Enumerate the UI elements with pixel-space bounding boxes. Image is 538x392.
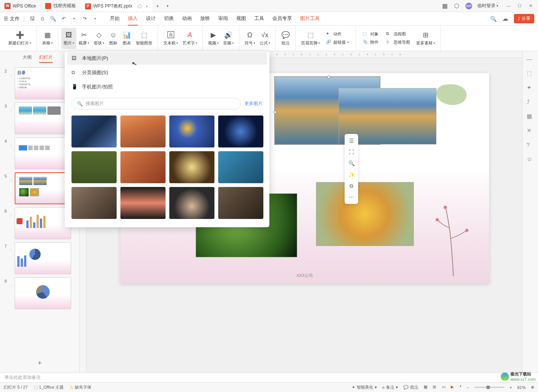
dd-local-picture[interactable]: 🖼 本地图片(P) [67,52,267,65]
slide-thumbnail-7[interactable]: 7 ☆ [0,241,79,276]
ribbon-textbox[interactable]: 🄰 文本框 ▾ [161,28,180,49]
ribbon-equation[interactable]: √x 公式 ▾ [257,28,272,49]
rs-robot-icon[interactable]: ☺ [527,156,534,163]
cloud-icon[interactable]: ☁ [502,15,509,22]
float-more-icon[interactable]: ⋯ [346,192,357,202]
notes-bar[interactable]: 单击此处添加备注 [0,372,538,382]
dd-phone-picture[interactable]: 📱 手机图片/拍照 [65,80,269,94]
tab-tools[interactable]: 工具 [254,12,264,26]
ribbon-audio[interactable]: 🔊 音频 ▾ [221,28,236,49]
tab-menu-button[interactable]: ▾ [163,4,172,8]
app-tab-wps[interactable]: W WPS Office [0,0,41,12]
user-avatar-icon[interactable]: WP [465,3,472,9]
ribbon-object[interactable]: ⬚对象 [361,30,380,38]
ribbon-flowchart[interactable]: ⧉流程图 [385,30,412,38]
file-menu[interactable]: ☰ 文件 [4,15,20,22]
view-dropdown-icon[interactable]: ▾ [460,384,461,390]
app-tab-template[interactable]: 找稻壳模板 [41,0,81,12]
float-magic-icon[interactable]: ✨ [346,169,357,180]
undo-dropdown-icon[interactable]: ▾ [71,15,78,22]
dd-page-illustration[interactable]: ⧉ 分页插图(S) [65,65,269,80]
ribbon-wordart[interactable]: A 艺术字 ▾ [180,28,199,49]
float-crop-icon[interactable]: ⛶ [346,147,357,157]
zoom-thumb[interactable] [486,386,490,389]
app-tab-document[interactable]: P WPS PPT教程.pptx ▾ [81,0,152,12]
preview-icon[interactable]: 🔍 [50,15,56,22]
maximize-button[interactable]: ☐ [518,3,523,9]
float-copy-icon[interactable]: ⧉ [346,181,357,191]
dd-search-input[interactable]: 🔍 搜索图片 [71,98,241,109]
slide-thumbnail-8[interactable]: 8 ☆ [0,276,79,311]
zoom-level[interactable]: 81% [517,385,526,390]
rs-design-icon[interactable]: ⬚ [527,70,534,77]
share-button[interactable]: ⤴ 分享 [514,14,534,23]
ribbon-hyperlink[interactable]: 🔗超链接 ▾ [324,39,350,46]
rs-tools-icon[interactable]: ✕ [527,127,534,135]
close-button[interactable]: ✕ [529,3,534,9]
dd-thumb-ai[interactable] [218,115,263,147]
tab-transition[interactable]: 切换 [164,12,174,26]
view-slideshow-icon[interactable]: ▶ [451,384,457,390]
ribbon-shape[interactable]: ◇ 形状 ▾ [91,28,106,49]
tab-animation[interactable]: 动画 [182,12,192,26]
ribbon-video[interactable]: ▶ 视频 ▾ [206,28,221,49]
undo-icon[interactable]: ↶ [60,15,67,22]
ribbon-comment[interactable]: 💬 批注 [279,28,292,49]
rs-help-icon[interactable]: ? [527,141,534,149]
dd-thumb-flamingo[interactable] [120,187,166,219]
redo-icon[interactable]: ↷ [81,15,88,22]
panel-tab-outline[interactable]: 大纲 [23,54,32,63]
canvas-image-leaf2[interactable] [316,182,414,246]
ribbon-smartart[interactable]: ⬚ 智能图形 [134,28,155,49]
tab-member[interactable]: 会员专享 [272,12,292,26]
tab-picture-tools[interactable]: 图片工具 [300,12,320,26]
status-smart-beautify[interactable]: ✦ 智能美化 ▾ [352,384,377,390]
rs-effect-icon[interactable]: ✦ [527,84,534,92]
ribbon-picture[interactable]: 🖼 图片 ▾ [61,28,76,49]
status-missing-font[interactable]: ⚠ 缺失字体 [70,384,91,390]
rs-minus-icon[interactable]: — [527,56,534,63]
float-layers-icon[interactable]: ☰ [346,135,357,146]
view-sorter-icon[interactable]: ⊞ [433,384,439,390]
ribbon-table[interactable]: ▦ 表格 ▾ [40,28,55,49]
add-tab-button[interactable]: + [152,3,163,9]
save-icon[interactable]: 🖫 [29,15,35,22]
ribbon-action[interactable]: ✦动作 [324,30,350,38]
print-icon[interactable]: ⎙ [39,15,46,22]
ribbon-mindmap[interactable]: ⊹思维导图 [385,39,412,46]
ribbon-symbol[interactable]: Ω 符号 ▾ [242,28,257,49]
minimize-button[interactable]: — [506,3,512,9]
tab-start[interactable]: 开始 [110,12,120,26]
dd-thumb-architecture[interactable] [71,115,117,147]
ribbon-more-material[interactable]: ⊞ 更多素材 ▾ [414,28,437,49]
add-slide-button[interactable]: + [0,354,79,372]
tab-slideshow[interactable]: 放映 [200,12,210,26]
zoom-fit-button[interactable]: ⊕ [531,385,534,390]
canvas-company-text[interactable]: XXX公司 [296,273,313,278]
rs-share-icon[interactable]: ⤴ [527,99,534,106]
view-normal-icon[interactable]: ▦ [424,384,430,390]
tab-view[interactable]: 视图 [236,12,246,26]
dd-thumb-cat[interactable] [71,187,117,219]
status-comments[interactable]: 💬 批注 [403,384,418,390]
ribbon-attachment[interactable]: 📎附件 [361,39,380,46]
ribbon-screenshot[interactable]: ✂ 截屏 ▾ [76,28,91,49]
search-icon[interactable]: 🔍 [490,16,497,22]
zoom-out-button[interactable]: − [467,385,469,390]
dd-thumb-crypto[interactable] [169,115,214,147]
canvas-shape-brush[interactable] [436,84,467,105]
dd-more-pictures-link[interactable]: 更多图片 [245,100,263,107]
ribbon-icon[interactable]: ☺ 图标 [106,28,120,49]
panel-tab-slides[interactable]: 幻灯片 [39,54,53,63]
ribbon-header-footer[interactable]: ⬚ 页眉页脚 ▾ [299,28,322,49]
tab-insert[interactable]: 插入 [128,12,138,26]
zoom-slider[interactable] [474,387,505,388]
rs-template-icon[interactable]: ▦ [527,113,534,120]
ribbon-new-slide[interactable]: ➕ 新建幻灯片 ▾ [6,28,33,49]
login-button[interactable]: 临时登录 ▾ [477,3,498,9]
layout-icon[interactable]: ▦ [441,3,448,9]
status-theme[interactable]: ⬚ 1_Office 主题 [34,384,64,390]
dd-thumb-field[interactable] [71,151,117,183]
status-notes[interactable]: ≡ 备注 ▾ [382,384,398,390]
zoom-in-button[interactable]: + [510,385,512,390]
